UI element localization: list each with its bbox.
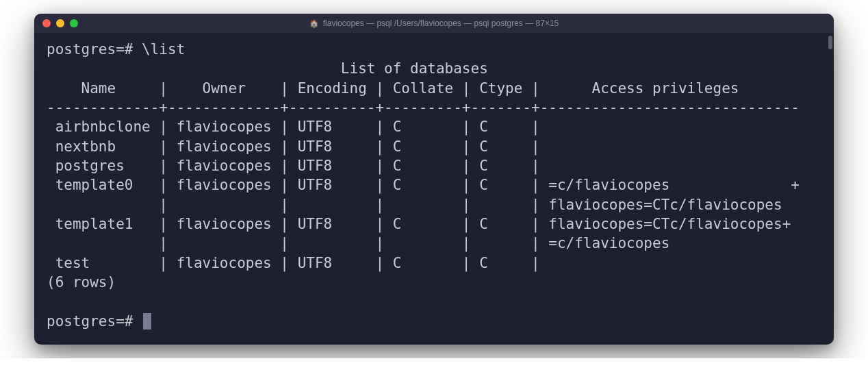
title-bar: 🏠 flaviocopes — psql /Users/flaviocopes … [34, 14, 834, 33]
table-row: test | flaviocopes | UTF8 | C | C | [47, 255, 548, 271]
prompt-text: postgres=# [47, 313, 142, 330]
table-row: template0 | flaviocopes | UTF8 | C | C |… [47, 177, 800, 193]
scrollbar[interactable] [828, 36, 832, 49]
table-row: nextbnb | flaviocopes | UTF8 | C | C | [47, 138, 548, 155]
terminal-body[interactable]: postgres=# \list List of databases Name … [34, 33, 834, 345]
table-header: Name | Owner | Encoding | Collate | Ctyp… [47, 80, 739, 97]
row-count: (6 rows) [47, 274, 116, 290]
table-row: postgres | flaviocopes | UTF8 | C | C | [47, 158, 548, 174]
window-title: 🏠 flaviocopes — psql /Users/flaviocopes … [309, 18, 559, 28]
table-row: | | | | | =c/flaviocopes [47, 235, 669, 251]
table-row: airbnbclone | flaviocopes | UTF8 | C | C… [47, 119, 548, 135]
table-row: template1 | flaviocopes | UTF8 | C | C |… [47, 216, 791, 232]
prompt-line: postgres=# \list [47, 41, 185, 58]
minimize-icon[interactable] [56, 19, 64, 27]
cursor-icon [143, 313, 151, 330]
prompt-cursor-line: postgres=# [47, 313, 151, 330]
table-row: | | | | | flaviocopes=CTc/flaviocopes [47, 197, 782, 213]
maximize-icon[interactable] [70, 19, 78, 27]
close-icon[interactable] [42, 19, 51, 27]
terminal-window: 🏠 flaviocopes — psql /Users/flaviocopes … [34, 14, 834, 345]
output-heading: List of databases [47, 60, 488, 77]
traffic-lights [42, 19, 78, 27]
table-divider: -------------+-------------+----------+-… [47, 99, 800, 116]
window-title-text: flaviocopes — psql /Users/flaviocopes — … [323, 18, 559, 28]
home-icon: 🏠 [309, 19, 319, 28]
